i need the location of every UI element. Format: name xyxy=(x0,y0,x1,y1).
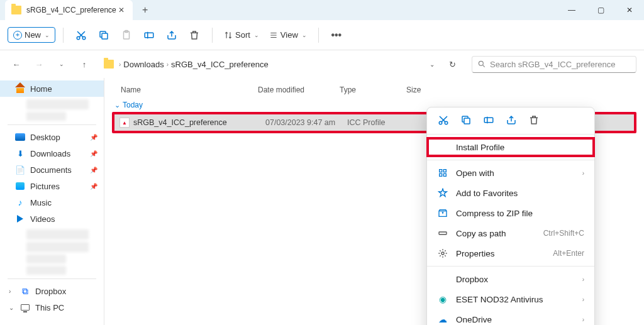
file-date: 07/03/2023 9:47 am xyxy=(265,118,347,127)
sidebar-redacted xyxy=(26,242,89,252)
cm-share-button[interactable] xyxy=(505,114,518,126)
close-window-button[interactable]: ✕ xyxy=(615,0,644,20)
document-icon: 📄 xyxy=(15,165,25,175)
cm-rename-button[interactable] xyxy=(482,114,495,126)
svg-rect-10 xyxy=(484,118,493,123)
rename-button[interactable] xyxy=(139,25,159,45)
toolbar: + New ⌄ Sort ⌄ View ⌄ ••• xyxy=(0,20,644,50)
sidebar-item-home[interactable]: Home xyxy=(0,80,104,97)
sidebar: Home Desktop📌 ⬇Downloads📌 📄Documents📌 Pi… xyxy=(0,78,104,325)
chevron-down-icon[interactable]: ⌄ xyxy=(423,55,441,73)
forward-button[interactable]: → xyxy=(30,55,48,73)
share-button[interactable] xyxy=(162,25,182,45)
pin-icon: 📌 xyxy=(90,183,97,190)
cm-open-with[interactable]: Open with › xyxy=(427,163,594,183)
sidebar-item-this-pc[interactable]: ⌄This PC xyxy=(0,299,104,316)
breadcrumb-item[interactable]: sRGB_v4_ICC_preference xyxy=(171,60,269,69)
sidebar-item-documents[interactable]: 📄Documents📌 xyxy=(0,162,104,178)
breadcrumb[interactable]: › Downloads › sRGB_v4_ICC_preference ⌄ ↻ xyxy=(98,52,467,76)
sidebar-item-dropbox[interactable]: ›⧉Dropbox xyxy=(0,283,104,299)
pin-icon: 📌 xyxy=(90,150,97,157)
recent-button[interactable]: ⌄ xyxy=(53,55,70,73)
search-icon xyxy=(477,60,486,69)
sidebar-item-pictures[interactable]: Pictures📌 xyxy=(0,178,104,194)
pin-icon: 📌 xyxy=(90,134,97,141)
search-input[interactable]: Search sRGB_v4_ICC_preference xyxy=(472,56,636,73)
music-icon: ♪ xyxy=(15,197,25,207)
svg-point-0 xyxy=(77,36,80,40)
pictures-icon xyxy=(16,182,25,190)
svg-rect-15 xyxy=(439,232,447,234)
tab-title: sRGB_v4_ICC_preference xyxy=(26,6,116,14)
column-type[interactable]: Type xyxy=(340,85,406,94)
svg-point-7 xyxy=(439,121,442,124)
tab[interactable]: sRGB_v4_ICC_preference ✕ xyxy=(5,0,133,20)
navbar: ← → ⌄ ↑ › Downloads › sRGB_v4_ICC_prefer… xyxy=(0,50,644,78)
cm-cut-button[interactable] xyxy=(437,114,450,126)
up-button[interactable]: ↑ xyxy=(75,55,93,73)
download-icon: ⬇ xyxy=(15,148,25,158)
sidebar-redacted xyxy=(26,255,66,263)
column-size[interactable]: Size xyxy=(406,85,450,94)
sidebar-item-downloads[interactable]: ⬇Downloads📌 xyxy=(0,145,104,162)
cm-properties[interactable]: Properties Alt+Enter xyxy=(427,243,594,263)
cm-eset[interactable]: ◉ ESET NOD32 Antivirus › xyxy=(427,289,594,309)
folder-icon xyxy=(104,60,114,69)
svg-rect-13 xyxy=(440,174,442,176)
sidebar-redacted xyxy=(26,229,89,240)
minimize-button[interactable]: — xyxy=(557,0,586,20)
pc-icon xyxy=(21,304,30,311)
column-name[interactable]: Name xyxy=(112,85,258,94)
video-icon xyxy=(17,215,23,223)
svg-point-16 xyxy=(441,252,444,255)
svg-rect-12 xyxy=(443,170,446,172)
cm-install-profile[interactable]: Install Profile xyxy=(426,137,595,157)
column-headers: Name Date modified Type Size xyxy=(112,83,636,97)
titlebar: sRGB_v4_ICC_preference ✕ + — ▢ ✕ xyxy=(0,0,644,20)
copy-button[interactable] xyxy=(94,25,114,45)
cm-delete-button[interactable] xyxy=(528,114,540,126)
path-icon xyxy=(437,228,448,239)
sort-button[interactable]: Sort ⌄ xyxy=(220,28,263,42)
chevron-down-icon: ⌄ xyxy=(254,32,259,38)
svg-point-8 xyxy=(445,121,448,124)
maximize-button[interactable]: ▢ xyxy=(586,0,615,20)
file-type: ICC Profile xyxy=(347,118,414,127)
chevron-down-icon: ⌄ xyxy=(45,32,50,38)
desktop-icon xyxy=(15,133,25,141)
svg-point-1 xyxy=(82,36,86,40)
context-menu: Install Profile Open with › Add to Favor… xyxy=(426,107,595,325)
svg-rect-11 xyxy=(440,170,442,172)
cut-button[interactable] xyxy=(71,25,91,45)
sidebar-item-music[interactable]: ♪Music xyxy=(0,194,104,211)
column-date[interactable]: Date modified xyxy=(258,85,340,94)
back-button[interactable]: ← xyxy=(8,55,25,73)
svg-rect-5 xyxy=(145,33,153,38)
sidebar-redacted xyxy=(26,112,66,121)
new-button[interactable]: + New ⌄ xyxy=(8,27,55,43)
plus-icon: + xyxy=(13,31,22,40)
dropbox-icon: ⧉ xyxy=(20,286,30,296)
cm-compress[interactable]: Compress to ZIP file xyxy=(427,203,594,223)
svg-rect-9 xyxy=(464,118,470,124)
new-tab-button[interactable]: + xyxy=(136,1,154,19)
delete-button[interactable] xyxy=(184,25,204,45)
file-name: sRGB_v4_ICC_preference xyxy=(133,118,265,127)
refresh-button[interactable]: ↻ xyxy=(443,55,461,73)
svg-rect-2 xyxy=(102,33,108,39)
svg-point-6 xyxy=(479,61,483,65)
cm-add-favorites[interactable]: Add to Favorites xyxy=(427,183,594,203)
close-tab-button[interactable]: ✕ xyxy=(116,5,126,15)
view-button[interactable]: View ⌄ xyxy=(265,28,311,42)
sidebar-item-desktop[interactable]: Desktop📌 xyxy=(0,129,104,145)
more-button[interactable]: ••• xyxy=(326,25,347,45)
breadcrumb-item[interactable]: Downloads xyxy=(123,60,164,69)
sidebar-item-videos[interactable]: Videos xyxy=(0,211,104,227)
paste-button[interactable] xyxy=(116,25,136,45)
cm-dropbox[interactable]: Dropbox › xyxy=(427,269,594,289)
star-icon xyxy=(437,187,448,199)
pin-icon: 📌 xyxy=(90,167,97,174)
cm-copy-button[interactable] xyxy=(460,114,472,126)
cm-onedrive[interactable]: ☁ OneDrive › xyxy=(427,309,594,325)
cm-copy-path[interactable]: Copy as path Ctrl+Shift+C xyxy=(427,223,594,243)
